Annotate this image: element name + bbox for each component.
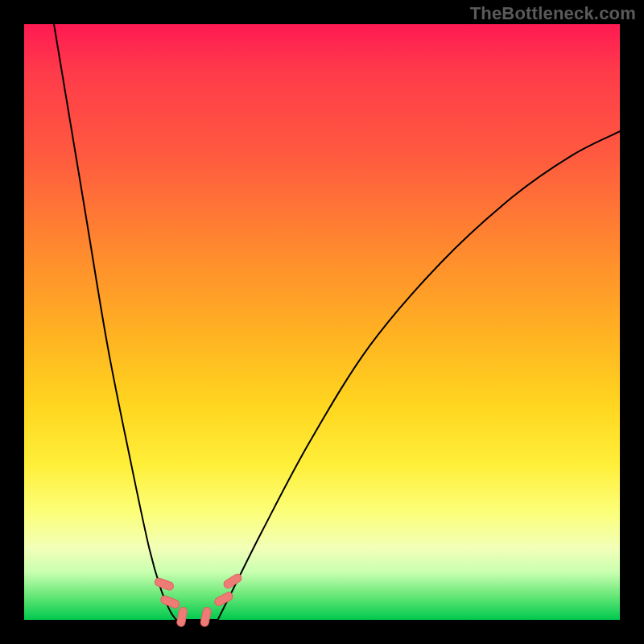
curve-layer: [24, 24, 620, 620]
curve-marker: [222, 572, 243, 589]
curve-markers: [154, 572, 243, 627]
curve-marker: [200, 607, 212, 628]
curve-marker: [213, 591, 234, 607]
curve-marker: [154, 577, 175, 592]
chart-frame: TheBottleneck.com: [0, 0, 644, 644]
watermark-text: TheBottleneck.com: [470, 3, 636, 24]
curve-right-branch: [218, 131, 621, 620]
curve-marker: [176, 607, 188, 627]
curve-left-branch: [54, 24, 176, 620]
curve-marker: [159, 595, 180, 609]
plot-area: [24, 24, 620, 620]
